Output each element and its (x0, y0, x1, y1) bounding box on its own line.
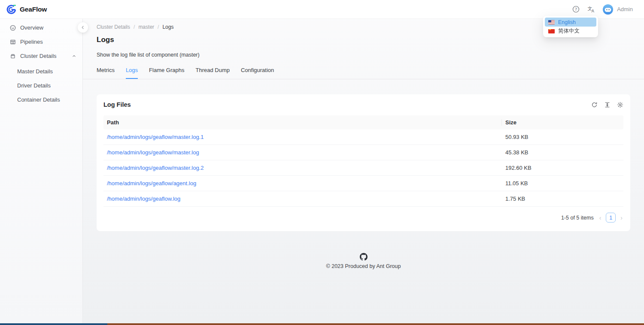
sidebar-collapse-button[interactable] (78, 22, 88, 33)
breadcrumb-item[interactable]: Cluster Details (97, 24, 130, 30)
sidebar-item-container-details[interactable]: Container Details (0, 93, 82, 107)
log-file-link[interactable]: /home/admin/logs/geaflow/agent.log (107, 180, 196, 187)
settings-gear-icon[interactable] (617, 102, 623, 108)
tab-metrics[interactable]: Metrics (97, 67, 115, 79)
page-footer: © 2023 Produced by Ant Group (97, 253, 630, 269)
log-files-card: Log Files (97, 94, 630, 231)
sidebar: Overview Pipelines Cluster Details (0, 19, 83, 325)
log-file-link[interactable]: /home/admin/logs/geaflow/master.log (107, 149, 199, 156)
table-row: /home/admin/logs/geaflow.log 1.75 KB (103, 191, 623, 207)
log-file-size: 192.60 KB (502, 160, 623, 175)
sidebar-item-cluster-details[interactable]: Cluster Details (0, 49, 82, 63)
pagination-summary: 1-5 of 5 items (561, 215, 594, 221)
copyright-text: © 2023 Produced by Ant Group (326, 263, 401, 269)
log-file-link[interactable]: /home/admin/logs/geaflow/master.log.2 (107, 165, 204, 171)
log-files-table: Path Size /home/admin/logs/geaflow/maste… (103, 115, 623, 207)
language-label: 简体中文 (558, 27, 580, 35)
pagination-page-1[interactable]: 1 (606, 213, 616, 223)
github-icon[interactable] (360, 253, 368, 261)
page-description: Show the log file list of component (mas… (97, 52, 630, 58)
log-file-size: 45.38 KB (502, 145, 623, 160)
sidebar-subitem-label: Container Details (17, 96, 60, 103)
cluster-icon (10, 53, 16, 59)
log-file-link[interactable]: /home/admin/logs/geaflow/master.log.1 (107, 134, 204, 140)
help-icon[interactable]: ? (572, 6, 580, 13)
language-label: English (558, 19, 576, 25)
bottom-edge-bar (0, 323, 644, 325)
pagination: 1-5 of 5 items ‹ 1 › (103, 207, 623, 224)
language-option-english[interactable]: English (545, 18, 596, 27)
sidebar-item-label: Cluster Details (20, 53, 67, 59)
chevron-up-icon (72, 54, 76, 58)
svg-text:?: ? (575, 7, 577, 12)
breadcrumb-item-current: Logs (162, 24, 173, 30)
main-content: Cluster Details / master / Logs Logs Sho… (83, 0, 644, 269)
sidebar-item-master-details[interactable]: Master Details (0, 64, 82, 78)
pagination-next-icon[interactable]: › (620, 214, 623, 222)
log-file-link[interactable]: /home/admin/logs/geaflow.log (107, 196, 180, 202)
sidebar-item-label: Pipelines (20, 39, 76, 45)
column-header-size: Size (502, 115, 623, 129)
sidebar-subitem-label: Driver Details (17, 82, 51, 89)
table-header-row: Path Size (103, 115, 623, 129)
breadcrumb-item[interactable]: master (138, 24, 154, 30)
sidebar-item-pipelines[interactable]: Pipelines (0, 35, 82, 49)
breadcrumb-separator: / (134, 24, 135, 30)
sidebar-item-label: Overview (20, 24, 76, 31)
table-row: /home/admin/logs/geaflow/master.log.1 50… (103, 129, 623, 145)
table-row: /home/admin/logs/geaflow/master.log 45.3… (103, 145, 623, 160)
brand-name: GeaFlow (20, 6, 47, 13)
geaflow-logo-icon (6, 4, 17, 15)
column-header-path: Path (103, 115, 502, 129)
language-option-chinese[interactable]: 简体中文 (545, 27, 596, 36)
translate-icon[interactable]: 文 A (587, 6, 595, 13)
language-dropdown: English 简体中文 (543, 16, 598, 37)
column-height-icon[interactable] (604, 102, 611, 108)
avatar (603, 4, 613, 15)
breadcrumb-separator: / (158, 24, 159, 30)
smile-icon (10, 25, 16, 31)
table-row: /home/admin/logs/geaflow/master.log.2 19… (103, 160, 623, 176)
log-file-size: 50.93 KB (502, 129, 623, 144)
user-menu[interactable]: Admin (603, 4, 633, 15)
user-name: Admin (617, 6, 633, 12)
tab-thread-dump[interactable]: Thread Dump (195, 67, 229, 79)
brand-logo[interactable]: GeaFlow (6, 4, 47, 15)
table-row: /home/admin/logs/geaflow/agent.log 11.05… (103, 176, 623, 191)
card-title: Log Files (103, 101, 131, 108)
tab-logs[interactable]: Logs (126, 67, 138, 79)
pagination-prev-icon[interactable]: ‹ (598, 214, 602, 222)
log-file-size: 1.75 KB (502, 191, 623, 206)
sidebar-subitem-label: Master Details (17, 68, 53, 75)
tab-configuration[interactable]: Configuration (241, 67, 274, 79)
us-flag-icon (548, 20, 555, 24)
log-file-size: 11.05 KB (502, 176, 623, 191)
sidebar-item-driver-details[interactable]: Driver Details (0, 78, 82, 93)
tab-flame-graphs[interactable]: Flame Graphs (149, 67, 184, 79)
reload-icon[interactable] (591, 102, 598, 108)
svg-text:A: A (592, 9, 595, 13)
tab-bar: Metrics Logs Flame Graphs Thread Dump Co… (83, 67, 644, 79)
sidebar-item-overview[interactable]: Overview (0, 21, 82, 35)
table-icon (10, 39, 16, 45)
cluster-details-submenu: Master Details Driver Details Container … (0, 64, 82, 107)
cn-flag-icon (548, 29, 555, 33)
